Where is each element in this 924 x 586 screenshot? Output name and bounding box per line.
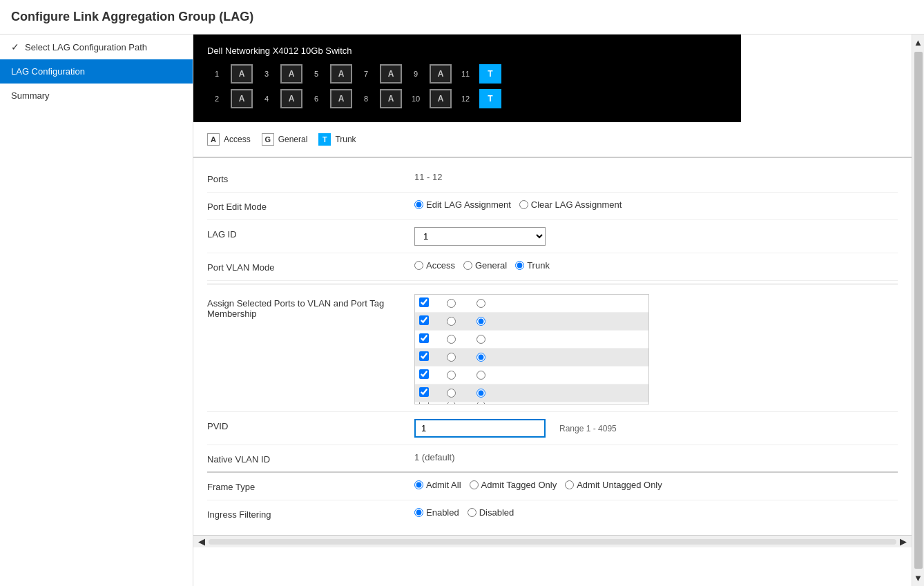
vlan-scroll-area[interactable] — [414, 294, 649, 404]
legend-box-g: G — [262, 133, 274, 146]
vlan-radio-untagged-3[interactable] — [477, 335, 485, 344]
port-btn-5[interactable]: A — [330, 64, 352, 84]
vertical-scrollbar[interactable]: ▲ ▼ — [912, 35, 924, 586]
admit-all-radio[interactable] — [414, 480, 423, 489]
port-btn-11[interactable]: T — [479, 64, 501, 84]
admit-all-label[interactable]: Admit All — [414, 480, 461, 490]
admit-untagged-label[interactable]: Admit Untagged Only — [565, 480, 662, 490]
clear-lag-radio-label[interactable]: Clear LAG Assignment — [519, 199, 622, 210]
port-btn-3[interactable]: A — [280, 64, 302, 84]
trunk-mode-text: Trunk — [527, 260, 550, 271]
port-vlan-mode-label: Port VLAN Mode — [207, 260, 414, 273]
ports-value-container: 11 - 12 — [414, 172, 898, 182]
legend-label-access: Access — [224, 135, 251, 144]
vlan-check-7[interactable] — [419, 402, 429, 404]
horizontal-scrollbar[interactable]: ◀ ▶ — [193, 535, 912, 547]
admit-tagged-label[interactable]: Admit Tagged Only — [470, 480, 557, 490]
access-mode-radio[interactable] — [414, 261, 423, 270]
port-btn-6[interactable]: A — [330, 89, 352, 108]
native-vlan-value-container: 1 (default) — [414, 452, 898, 462]
vlan-radio-tagged-5[interactable] — [447, 371, 456, 380]
vlan-radio-tagged-6[interactable] — [447, 389, 456, 398]
vlan-check-6[interactable] — [419, 387, 429, 397]
lag-id-select[interactable]: 1 2 3 4 — [414, 227, 546, 246]
native-vlan-label: Native VLAN ID — [207, 452, 414, 465]
scroll-up-btn[interactable]: ▲ — [911, 35, 924, 50]
port-num-10: 10 — [406, 95, 425, 103]
ingress-row: Ingress Filtering Enabled Disabled — [207, 500, 898, 528]
frame-type-controls: Admit All Admit Tagged Only Admit Untagg… — [414, 480, 898, 490]
admit-untagged-radio[interactable] — [565, 480, 574, 489]
vlan-check-2[interactable] — [419, 315, 429, 325]
port-btn-7[interactable]: A — [380, 64, 402, 84]
main-content: Dell Networking X4012 10Gb Switch 1 A 3 … — [193, 35, 912, 586]
pvid-input[interactable] — [414, 419, 546, 438]
assign-vlan-label: Assign Selected Ports to VLAN and Port T… — [207, 294, 414, 319]
lag-id-row: LAG ID 1 2 3 4 — [207, 220, 898, 253]
port-vlan-mode-row: Port VLAN Mode Access General — [207, 253, 898, 281]
clear-lag-radio[interactable] — [519, 200, 528, 209]
scroll-right-btn[interactable]: ▶ — [896, 536, 910, 547]
scroll-thumb[interactable] — [914, 52, 923, 569]
vlan-radio-untagged-6[interactable] — [477, 389, 485, 398]
vlan-radio-tagged-2[interactable] — [447, 317, 456, 326]
vlan-radio-tagged-7[interactable] — [447, 402, 456, 404]
sidebar-item-lag-config[interactable]: LAG Configuration — [0, 59, 193, 84]
pvid-label: PVID — [207, 419, 414, 431]
port-num-7: 7 — [356, 70, 376, 78]
port-edit-mode-row: Port Edit Mode Edit LAG Assignment Clear… — [207, 193, 898, 220]
vlan-row-5 — [415, 367, 648, 384]
port-btn-9[interactable]: A — [430, 64, 452, 84]
vlan-check-5[interactable] — [419, 369, 429, 379]
general-mode-radio[interactable] — [463, 261, 472, 270]
assign-vlan-control — [414, 294, 898, 404]
vlan-radio-untagged-5[interactable] — [477, 371, 485, 380]
port-edit-mode-controls: Edit LAG Assignment Clear LAG Assignment — [414, 199, 898, 210]
scroll-down-btn[interactable]: ▼ — [911, 570, 924, 586]
ingress-disabled-label[interactable]: Disabled — [468, 507, 514, 518]
vlan-radio-untagged-7[interactable] — [477, 402, 485, 404]
vlan-check-3[interactable] — [419, 333, 429, 343]
vlan-radio-untagged-4[interactable] — [477, 353, 485, 362]
ingress-controls: Enabled Disabled — [414, 507, 898, 518]
port-btn-1[interactable]: A — [231, 64, 253, 84]
admit-all-text: Admit All — [426, 480, 461, 490]
native-vlan-row: Native VLAN ID 1 (default) — [207, 445, 898, 473]
port-num-2: 2 — [207, 95, 227, 103]
sidebar-item-label: Select LAG Configuration Path — [25, 42, 147, 52]
h-scroll-track[interactable] — [209, 539, 896, 545]
vlan-radio-tagged-1[interactable] — [447, 299, 456, 308]
edit-lag-radio-label[interactable]: Edit LAG Assignment — [414, 199, 511, 210]
ports-value: 11 - 12 — [414, 172, 442, 182]
ingress-enabled-label[interactable]: Enabled — [414, 507, 459, 518]
ingress-enabled-radio[interactable] — [414, 508, 423, 517]
legend-label-trunk: Trunk — [335, 135, 356, 144]
vlan-radio-tagged-3[interactable] — [447, 335, 456, 344]
port-btn-10[interactable]: A — [430, 89, 452, 108]
assign-vlan-row: Assign Selected Ports to VLAN and Port T… — [207, 287, 898, 412]
lag-id-label: LAG ID — [207, 227, 414, 240]
ingress-disabled-radio[interactable] — [468, 508, 477, 517]
port-btn-8[interactable]: A — [380, 89, 402, 108]
page-title: Configure Link Aggregation Group (LAG) — [0, 0, 924, 35]
admit-tagged-text: Admit Tagged Only — [481, 480, 557, 490]
general-mode-label[interactable]: General — [463, 260, 507, 271]
admit-untagged-text: Admit Untagged Only — [577, 480, 662, 490]
scroll-left-btn[interactable]: ◀ — [195, 536, 209, 547]
sidebar-item-summary[interactable]: Summary — [0, 84, 193, 108]
vlan-radio-tagged-4[interactable] — [447, 353, 456, 362]
vlan-check-4[interactable] — [419, 351, 429, 361]
sidebar-item-select-lag[interactable]: ✓ Select LAG Configuration Path — [0, 35, 193, 59]
admit-tagged-radio[interactable] — [470, 480, 479, 489]
sidebar-item-label: LAG Configuration — [11, 66, 85, 77]
edit-lag-radio[interactable] — [414, 200, 423, 209]
access-mode-label[interactable]: Access — [414, 260, 455, 271]
trunk-mode-label[interactable]: Trunk — [515, 260, 550, 271]
port-btn-2[interactable]: A — [231, 89, 253, 108]
port-btn-4[interactable]: A — [280, 89, 302, 108]
vlan-radio-untagged-1[interactable] — [477, 299, 485, 308]
vlan-check-1[interactable] — [419, 297, 429, 307]
port-btn-12[interactable]: T — [479, 89, 501, 108]
vlan-radio-untagged-2[interactable] — [477, 317, 485, 326]
trunk-mode-radio[interactable] — [515, 261, 524, 270]
